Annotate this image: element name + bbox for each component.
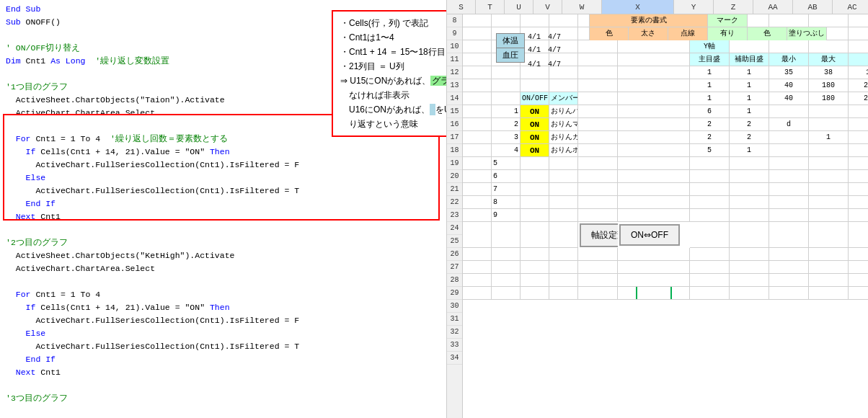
col-header-t: T xyxy=(476,0,505,14)
element-style-label: 要素の書式 xyxy=(589,14,708,27)
color-header: 色 xyxy=(589,27,629,40)
axis-settings-button[interactable]: 軸設定変更 xyxy=(580,223,618,247)
tooltip-line7: U16にONがあれば、をU18まで繰 xyxy=(340,102,447,117)
tooltip-line3: ・Cnt1 + 14 ＝ 15〜18行目 xyxy=(340,45,447,59)
row-numbers: 8 9 10 11 12 13 14 15 16 17 18 19 20 21 … xyxy=(447,14,463,418)
ketsuatsu-popup: 血圧 xyxy=(496,48,525,63)
taion-popup: 体温 xyxy=(496,33,525,48)
code-line-else: Else xyxy=(6,172,440,184)
code-line-else2: Else xyxy=(6,327,440,340)
cells-area: Control部 Y軸 xyxy=(463,14,868,418)
col-header-s: S xyxy=(447,0,476,14)
col-header-v: V xyxy=(533,0,562,14)
element-style-header-row: 要素の書式 マーク xyxy=(589,14,827,27)
code-line xyxy=(6,223,440,236)
code-line-next: Next Cnt1 xyxy=(6,210,440,223)
col-header-z: Z xyxy=(714,0,753,14)
sheet-body: 8 9 10 11 12 13 14 15 16 17 18 19 20 21 … xyxy=(447,14,868,418)
table-row: 9 xyxy=(463,209,868,222)
code-line xyxy=(6,379,440,392)
table-row: 8 xyxy=(463,196,868,209)
col-main-scale: 主目盛 xyxy=(690,53,730,66)
col-header-ac: AC xyxy=(833,0,868,14)
code-line-endif2: End If xyxy=(6,353,440,366)
table-row xyxy=(463,287,868,300)
table-row xyxy=(463,248,868,261)
col-header-x: X xyxy=(602,0,674,14)
tooltip-line6: なければ非表示 xyxy=(340,88,447,102)
code-line-comment3: '3つ目のグラフ xyxy=(6,392,440,405)
tooltip-line2: ・Cnt1は1〜4 xyxy=(340,30,447,45)
code-line-comment: '2つ目のグラフ xyxy=(6,236,440,249)
code-line xyxy=(6,275,440,288)
green-rect xyxy=(636,287,672,300)
tooltip-num5: 4/1 xyxy=(528,61,541,68)
dots-header: 点線 xyxy=(668,27,708,40)
col-main-scale2 xyxy=(849,53,868,66)
tooltip-blood-highlight xyxy=(430,104,435,115)
tooltip-num2: 4/7 xyxy=(548,33,561,41)
table-row xyxy=(463,274,868,287)
code-line-endif: End If xyxy=(6,197,440,210)
table-row: 1 ON おりんパパ 6 1 xyxy=(463,105,868,118)
table-row xyxy=(463,261,868,274)
code-line-next2: Next Cnt1 xyxy=(6,366,440,379)
table-row: 軸設定変更 ON⇔OFF xyxy=(463,222,868,248)
col-header-y: Y xyxy=(674,0,714,14)
tooltip-num3: 4/1 xyxy=(528,46,541,54)
table-row: 5 xyxy=(463,157,868,170)
col-header-aa: AA xyxy=(753,0,793,14)
has-mark-header: 有り xyxy=(708,27,748,40)
tooltip-num4: 4/7 xyxy=(548,46,561,54)
tooltip-line4: ・21列目 ＝ U列 xyxy=(340,59,447,74)
table-row: 3 ON おりんガール 2 2 1 xyxy=(463,131,868,144)
code-line-for2: For Cnt1 = 1 To 4 xyxy=(6,288,440,301)
col-header-w: W xyxy=(562,0,602,14)
code-line: ActiveSheet.ChartObjects("KetHigh").Acti… xyxy=(6,249,440,262)
table-row: 7 xyxy=(463,183,868,196)
table-row: 1 1 40 180 20 xyxy=(463,79,868,92)
code-line-if: If Cells(Cnt1 + 14, 21).Value = "ON" The… xyxy=(6,146,440,159)
mark-color-header: 色 xyxy=(748,27,787,40)
tooltip-num6: 4/7 xyxy=(548,61,561,68)
tooltip-line5: ⇒ U15にONがあれば、グラフを表示、 xyxy=(340,74,447,88)
element-style-subheader-row: 色 太さ 点線 有り 色 塗りつぶし xyxy=(589,27,827,40)
tooltip-line8: り返すという意味 xyxy=(340,117,447,131)
table-row: 6 xyxy=(463,170,868,183)
code-line: ActiveChart.FullSeriesCollection(Cnt1).I… xyxy=(6,314,440,327)
col-min: 最小 xyxy=(769,53,809,66)
sheet-panel: S T U V W X Y Z AA AB AC 8 9 10 11 12 13… xyxy=(447,0,868,418)
col-header-u: U xyxy=(505,0,533,14)
table-row: ON/OFF メンバー 1 1 40 180 20 xyxy=(463,92,868,105)
tooltip-num1: 4/1 xyxy=(528,33,541,41)
table-row: 4 ON おりんボーイ 5 1 xyxy=(463,144,868,157)
col-sub-scale: 補助目盛 xyxy=(730,53,769,66)
element-style-section: 要素の書式 マーク 色 太さ 点線 有り 色 塗りつぶし xyxy=(589,14,827,40)
tooltip-popup: × ・Cells(行，列) で表記 ・Cnt1は1〜4 ・Cnt1 + 14 ＝… xyxy=(332,10,447,137)
col-header-ab: AB xyxy=(793,0,833,14)
table-row: 1 1 35 38 1 xyxy=(463,66,868,79)
on-off-button[interactable]: ON⇔OFF xyxy=(619,224,680,246)
thickness-header: 太さ xyxy=(629,27,668,40)
col-max: 最大 xyxy=(809,53,849,66)
code-line-if2: If Cells(Cnt1 + 14, 21).Value = "ON" The… xyxy=(6,301,440,314)
y-axis-header: Y軸 xyxy=(690,40,730,53)
code-line: ActiveChart.FullSeriesCollection(Cnt1).I… xyxy=(6,159,440,172)
code-line: ActiveChart.FullSeriesCollection(Cnt1).I… xyxy=(6,340,440,353)
code-panel: End Sub Sub ONOFF() ' ON/OFF切り替え Dim Cnt… xyxy=(0,0,447,418)
mark-header: マーク xyxy=(708,14,748,27)
code-line: ActiveChart.ChartArea.Select xyxy=(6,262,440,275)
tooltip-line1: ・Cells(行，列) で表記 xyxy=(340,16,447,30)
table-row: 2 ON おりんママ 2 2 d xyxy=(463,118,868,131)
fill-header: 塗りつぶし xyxy=(787,27,827,40)
code-line: ActiveChart.FullSeriesCollection(Cnt1).I… xyxy=(6,184,440,197)
col-headers-row: S T U V W X Y Z AA AB AC xyxy=(447,0,868,14)
